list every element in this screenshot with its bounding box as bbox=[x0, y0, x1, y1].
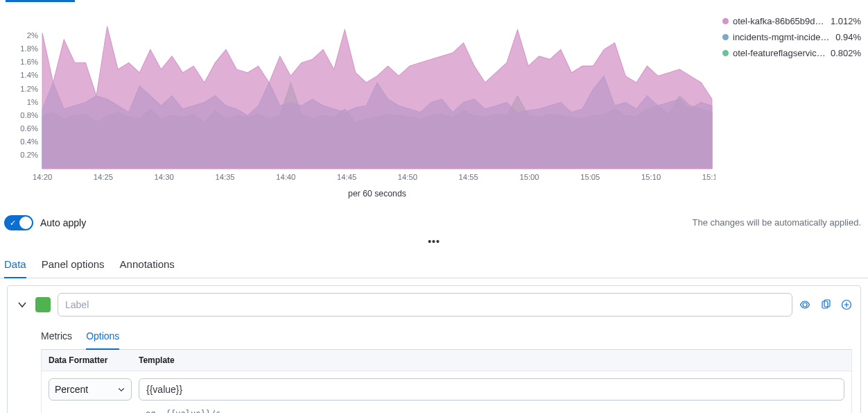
formatter-header: Data Formatter bbox=[42, 350, 132, 371]
series-panel: MetricsOptions Data Formatter Template P… bbox=[7, 285, 861, 413]
copy-icon bbox=[820, 299, 831, 310]
chevron-down-icon bbox=[17, 299, 28, 310]
legend-value: 1.012% bbox=[831, 16, 861, 26]
svg-text:1.6%: 1.6% bbox=[20, 58, 38, 66]
template-input[interactable] bbox=[139, 378, 844, 401]
auto-apply-toggle[interactable]: ✓ bbox=[4, 215, 33, 230]
tab-data[interactable]: Data bbox=[4, 254, 26, 278]
auto-apply-bar: ✓ Auto apply The changes will be automat… bbox=[0, 208, 868, 233]
series-label-input[interactable] bbox=[58, 293, 792, 317]
duplicate-button[interactable] bbox=[820, 299, 831, 310]
drag-handle[interactable]: ••• bbox=[0, 233, 868, 250]
chart-legend: otel-kafka-86b65b9d…1.012%incidents-mgmt… bbox=[715, 16, 861, 201]
legend-item[interactable]: incidents-mgmt-incide…0.94% bbox=[722, 32, 861, 42]
plus-circle-icon bbox=[841, 299, 852, 310]
svg-text:14:35: 14:35 bbox=[215, 173, 234, 181]
legend-value: 0.94% bbox=[835, 32, 861, 42]
svg-text:0.8%: 0.8% bbox=[20, 111, 38, 119]
tab-panel-options[interactable]: Panel options bbox=[42, 254, 105, 278]
svg-text:0.4%: 0.4% bbox=[20, 137, 38, 146]
svg-text:1.4%: 1.4% bbox=[20, 71, 38, 79]
series-color-swatch[interactable] bbox=[35, 297, 51, 312]
data-formatter-selected: Percent bbox=[55, 384, 88, 395]
svg-text:15:05: 15:05 bbox=[580, 173, 600, 181]
panel-sub-tabs: MetricsOptions bbox=[41, 326, 852, 350]
svg-text:14:45: 14:45 bbox=[337, 173, 356, 181]
sub-tab-metrics[interactable]: Metrics bbox=[41, 326, 72, 349]
svg-text:14:25: 14:25 bbox=[94, 173, 113, 181]
legend-label: incidents-mgmt-incide… bbox=[733, 32, 831, 42]
svg-text:15:00: 15:00 bbox=[519, 173, 539, 181]
options-table: Data Formatter Template Percent eg. {{va… bbox=[41, 350, 852, 413]
auto-apply-message: The changes will be automatically applie… bbox=[692, 217, 861, 228]
eye-icon bbox=[799, 299, 810, 310]
template-header: Template bbox=[132, 350, 851, 371]
main-tabs: DataPanel optionsAnnotations bbox=[0, 250, 868, 278]
sub-tab-options[interactable]: Options bbox=[86, 326, 119, 350]
svg-text:14:20: 14:20 bbox=[33, 173, 52, 181]
add-button[interactable] bbox=[841, 299, 852, 310]
svg-text:14:55: 14:55 bbox=[459, 173, 478, 181]
tab-annotations[interactable]: Annotations bbox=[120, 254, 175, 278]
svg-text:1%: 1% bbox=[27, 98, 38, 106]
svg-text:14:40: 14:40 bbox=[276, 173, 295, 181]
visibility-toggle-button[interactable] bbox=[799, 299, 810, 310]
svg-text:0.2%: 0.2% bbox=[20, 151, 38, 159]
data-formatter-select[interactable]: Percent bbox=[49, 378, 132, 401]
legend-color-dot bbox=[722, 50, 729, 56]
area-chart[interactable]: 0.2%0.4%0.6%0.8%1%1.2%1.4%1.6%1.8%2%14:2… bbox=[7, 16, 715, 201]
chevron-down-icon bbox=[117, 385, 125, 394]
legend-label: otel-kafka-86b65b9d… bbox=[733, 16, 826, 26]
legend-item[interactable]: otel-kafka-86b65b9d…1.012% bbox=[722, 16, 861, 26]
svg-text:per 60 seconds: per 60 seconds bbox=[348, 189, 406, 199]
template-hint: eg. {{value}}/s bbox=[146, 409, 851, 413]
legend-label: otel-featureflagservic… bbox=[733, 48, 826, 58]
collapse-toggle[interactable] bbox=[16, 298, 28, 311]
auto-apply-label: Auto apply bbox=[40, 217, 86, 228]
svg-text:2%: 2% bbox=[27, 31, 38, 40]
svg-text:14:50: 14:50 bbox=[398, 173, 417, 181]
legend-color-dot bbox=[722, 34, 729, 40]
legend-value: 0.802% bbox=[831, 48, 861, 58]
svg-text:1.2%: 1.2% bbox=[20, 85, 38, 93]
svg-text:15:15: 15:15 bbox=[702, 173, 715, 181]
chart-area: 0.2%0.4%0.6%0.8%1%1.2%1.4%1.6%1.8%2%14:2… bbox=[0, 2, 868, 208]
svg-text:14:30: 14:30 bbox=[155, 173, 174, 181]
svg-text:0.6%: 0.6% bbox=[20, 124, 38, 133]
svg-text:1.8%: 1.8% bbox=[20, 44, 38, 53]
legend-item[interactable]: otel-featureflagservic…0.802% bbox=[722, 48, 861, 58]
svg-text:15:10: 15:10 bbox=[641, 173, 661, 181]
legend-color-dot bbox=[722, 18, 729, 24]
